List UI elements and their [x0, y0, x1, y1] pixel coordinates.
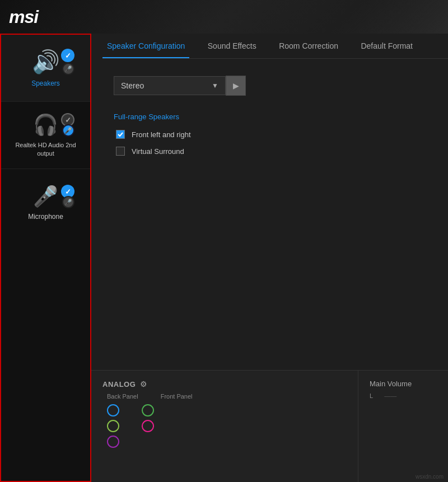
front-panel-label: Front Panel [161, 393, 193, 400]
analog-panel: ANALOG ⚙ Back Panel Front Panel [91, 371, 358, 482]
connector-grid [102, 404, 347, 448]
speakers-label: Speakers [31, 79, 60, 87]
app-header: msi [0, 0, 448, 34]
panel-labels: Back Panel Front Panel [102, 393, 347, 400]
gear-icon[interactable]: ⚙ [140, 380, 147, 389]
checkbox-front-lr[interactable] [116, 130, 125, 139]
main-layout: ✓ 🔊 🎤 Speakers ✓ 🎧 🎤 Realtek HD Audio 2n… [0, 34, 448, 482]
device-sidebar: ✓ 🔊 🎤 Speakers ✓ 🎧 🎤 Realtek HD Audio 2n… [0, 34, 91, 482]
main-volume-title: Main Volume [370, 380, 437, 388]
connector-row-2 [107, 420, 347, 432]
volume-line: —— [384, 392, 437, 399]
content-area: Speaker Configuration Sound Effects Room… [91, 34, 448, 482]
connector-dot-blue[interactable] [107, 404, 119, 417]
stereo-next-button[interactable]: ▶ [226, 76, 246, 96]
stereo-row: Stereo ▼ ▶ [114, 76, 426, 96]
speaker-icon: 🔊 [32, 49, 60, 75]
sidebar-item-speakers[interactable]: ✓ 🔊 🎤 Speakers [1, 35, 90, 102]
sidebar-item-realtek[interactable]: ✓ 🎧 🎤 Realtek HD Audio 2nd output [1, 102, 90, 169]
microphone-icon: 🎤 [33, 185, 58, 208]
stereo-dropdown[interactable]: Stereo ▼ [114, 76, 226, 95]
dropdown-arrow-icon: ▼ [212, 82, 218, 90]
analog-title-row: ANALOG ⚙ [102, 380, 347, 389]
connector-dot-pink[interactable] [142, 420, 154, 432]
connector-dot-purple[interactable] [107, 436, 119, 448]
checkbox-virtual-surround[interactable] [116, 147, 125, 156]
realtek-label: Realtek HD Audio 2nd output [7, 141, 85, 157]
tab-default-format[interactable]: Default Format [356, 34, 417, 58]
checkbox-row-virtual-surround: Virtual Surround [114, 147, 426, 156]
sidebar-item-microphone[interactable]: ✓ 🎤 🎤 Microphone [1, 169, 90, 236]
realtek-icons-row: ✓ 🎧 🎤 [7, 113, 85, 137]
checkbox-row-front-lr: Front left and right [114, 130, 426, 139]
connector-dot-lime[interactable] [107, 420, 119, 432]
back-panel-label: Back Panel [107, 393, 138, 400]
speakers-icons-row: ✓ 🔊 🎤 [7, 49, 85, 75]
main-volume-panel: Main Volume L —— [358, 371, 448, 482]
headphone-icon: 🎧 [33, 113, 58, 137]
analog-title: ANALOG [102, 380, 136, 389]
msi-logo: msi [9, 7, 38, 27]
stereo-value: Stereo [121, 81, 144, 90]
checkbox-front-lr-label: Front left and right [132, 130, 191, 139]
connector-dot-green[interactable] [142, 404, 154, 417]
check-badge-speakers: ✓ [61, 49, 74, 62]
volume-l-label: L [370, 392, 373, 399]
watermark: wsxdn.com [416, 474, 444, 480]
volume-labels: L —— [370, 392, 437, 399]
mic-badge-realtek: 🎤 [62, 124, 74, 137]
bottom-section: ANALOG ⚙ Back Panel Front Panel [91, 370, 448, 482]
tabs-panel: Speaker Configuration Sound Effects Room… [91, 34, 448, 58]
mic-badge-microphone: 🎤 [62, 196, 74, 208]
microphone-icons-row: ✓ 🎤 🎤 [7, 185, 85, 208]
tab-sound-effects[interactable]: Sound Effects [203, 34, 261, 58]
full-range-speakers-title: Full-range Speakers [114, 113, 426, 121]
tab-speaker-configuration[interactable]: Speaker Configuration [102, 34, 189, 58]
microphone-label: Microphone [28, 213, 63, 221]
checkbox-virtual-surround-label: Virtual Surround [132, 147, 184, 156]
arrow-right-icon: ▶ [233, 81, 239, 90]
connector-row-3 [107, 436, 347, 448]
connector-row-1 [107, 404, 347, 417]
mic-badge-speakers: 🎤 [62, 63, 74, 75]
tab-room-correction[interactable]: Room Correction [274, 34, 343, 58]
